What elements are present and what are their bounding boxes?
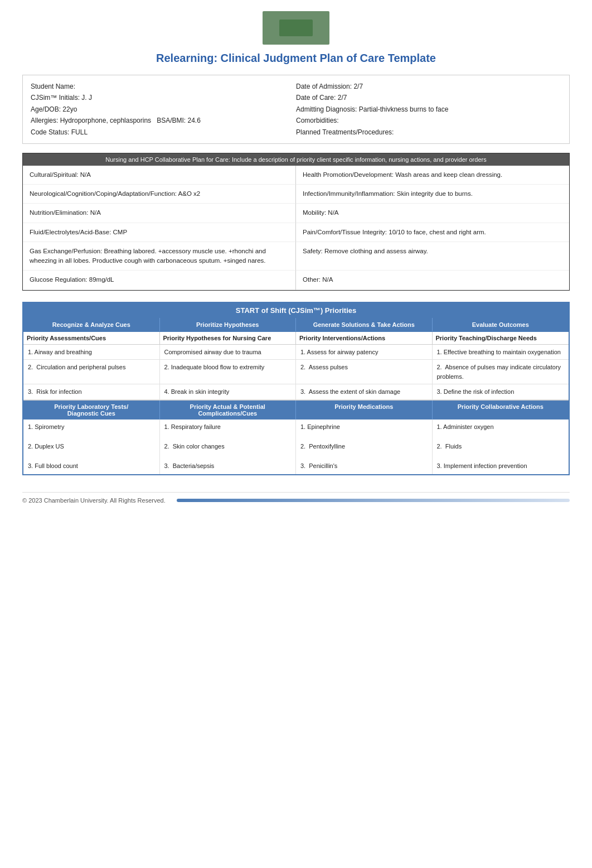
shift-header-start: START (236, 306, 259, 315)
nursing-cell-9: Safety: Remove clothing and assess airwa… (296, 242, 569, 271)
shift-col-header-2: Generate Solutions & Take Actions (296, 318, 433, 331)
cjsim-initials: CJSim™ Initials: J. J (31, 92, 296, 103)
bottom-cell-col4: 1. Administer oxygen 2. Fluids 3. Implem… (433, 419, 569, 474)
bottom-cell-col1: 1. Spirometry 2. Duplex US 3. Full blood… (23, 419, 160, 474)
nursing-cell-5: Mobility: N/A (296, 204, 569, 223)
shift-col-headers: Recognize & Analyze Cues Prioritize Hypo… (23, 318, 569, 332)
nursing-grid: Cultural/Spiritual: N/A Health Promotion… (23, 166, 569, 290)
nursing-cell-2: Neurological/Cognition/Coping/Adaptation… (23, 185, 296, 204)
shift-bottom-headers: Priority Laboratory Tests/Diagnostic Cue… (23, 400, 569, 419)
page-title: Relearning: Clinical Judgment Plan of Ca… (22, 52, 570, 65)
allergies-row: Allergies: Hydroporphone, cephlasporins … (31, 115, 296, 126)
shift-col-header-0: Recognize & Analyze Cues (23, 318, 160, 331)
shift-sub-headers: Priority Assessments/Cues Priority Hypot… (23, 332, 569, 345)
nursing-cell-10: Glucose Regulation: 89mg/dL (23, 271, 296, 290)
shift-col-header-3: Evaluate Outcomes (433, 318, 569, 331)
logo-icon (263, 11, 329, 45)
info-right: Date of Admission: 2/7 Date of Care: 2/7… (296, 81, 561, 138)
priority-row-2: 3. Risk for infection 4. Break in skin i… (23, 384, 569, 400)
bottom-cell-col3: 1. Epinephrine 2. Pentoxifylline 3. Peni… (296, 419, 433, 474)
comorbidities: Comorbidities: (296, 115, 561, 126)
priority-row-1-col2: 2. Inadequate blood flow to extremity (160, 360, 297, 384)
priority-row-1-col4: 2. Absence of pulses may indicate circul… (433, 360, 569, 384)
nursing-cell-11: Other: N/A (296, 271, 569, 290)
info-left: Student Name: CJSim™ Initials: J. J Age/… (31, 81, 296, 138)
shift-sub-cell-3: Priority Teaching/Discharge Needs (433, 332, 569, 344)
nursing-section: Nursing and HCP Collaborative Plan for C… (22, 153, 570, 291)
priority-row-1: 2. Circulation and peripheral pulses 2. … (23, 360, 569, 384)
logo-area (22, 11, 570, 46)
student-name: Student Name: (31, 81, 296, 92)
nursing-cell-0: Cultural/Spiritual: N/A (23, 166, 296, 185)
priority-row-0: 1. Airway and breathing Compromised airw… (23, 345, 569, 360)
code-status: Code Status: FULL (31, 127, 296, 138)
logo-inner (279, 20, 313, 36)
priority-row-2-col2: 4. Break in skin integrity (160, 384, 297, 399)
shift-section: START of Shift (CJSim™) Priorities Recog… (22, 302, 570, 475)
nursing-cell-1: Health Promotion/Development: Wash areas… (296, 166, 569, 185)
planned-treatments: Planned Treatments/Procedures: (296, 127, 561, 138)
admitting-diagnosis: Admitting Diagnosis: Partial-thivkness b… (296, 104, 561, 115)
shift-header: START of Shift (CJSim™) Priorities (23, 303, 569, 318)
priority-row-2-col3: 3. Assess the extent of skin damage (296, 384, 433, 399)
priority-row-0-col1: 1. Airway and breathing (23, 345, 160, 360)
nursing-cell-4: Nutrition/Elimination: N/A (23, 204, 296, 223)
copyright: © 2023 Chamberlain University. All Right… (22, 497, 166, 504)
priority-row-0-col4: 1. Effective breathing to maintain oxyge… (433, 345, 569, 360)
priority-row-0-col2: Compromised airway due to trauma (160, 345, 297, 360)
shift-col-header-1: Prioritize Hypotheses (160, 318, 297, 331)
nursing-cell-6: Fluid/Electrolytes/Acid-Base: CMP (23, 223, 296, 242)
age-dob: Age/DOB: 22yo (31, 104, 296, 115)
nursing-cell-7: Pain/Comfort/Tissue Integrity: 10/10 to … (296, 223, 569, 242)
priority-row-0-col3: 1. Assess for airway patency (296, 345, 433, 360)
date-of-admission: Date of Admission: 2/7 (296, 81, 561, 92)
bottom-header-3: Priority Collaborative Actions (433, 401, 569, 419)
priority-row-1-col1: 2. Circulation and peripheral pulses (23, 360, 160, 384)
shift-sub-cell-2: Priority Interventions/Actions (296, 332, 433, 344)
allergies: Allergies: Hydroporphone, cephlasporins (31, 115, 151, 126)
bottom-header-0: Priority Laboratory Tests/Diagnostic Cue… (23, 401, 160, 419)
nursing-header: Nursing and HCP Collaborative Plan for C… (23, 153, 569, 166)
date-of-care: Date of Care: 2/7 (296, 92, 561, 103)
priority-row-2-col4: 3. Define the risk of infection (433, 384, 569, 399)
page: Relearning: Clinical Judgment Plan of Ca… (0, 0, 592, 868)
shift-sub-cell-0: Priority Assessments/Cues (23, 332, 160, 344)
bottom-header-1: Priority Actual & Potential Complication… (160, 401, 297, 419)
priority-row-2-col1: 3. Risk for infection (23, 384, 160, 399)
footer-bar (177, 499, 570, 502)
student-info-section: Student Name: CJSim™ Initials: J. J Age/… (22, 75, 570, 144)
bottom-cell-col2: 1. Respiratory failure 2. Skin color cha… (160, 419, 297, 474)
priority-row-1-col3: 2. Assess pulses (296, 360, 433, 384)
shift-bottom-data: 1. Spirometry 2. Duplex US 3. Full blood… (23, 419, 569, 474)
shift-sub-cell-1: Priority Hypotheses for Nursing Care (160, 332, 297, 344)
nursing-cell-8: Gas Exchange/Perfusion: Breathing labore… (23, 242, 296, 271)
shift-header-rest: of Shift (CJSim™) Priorities (259, 306, 356, 315)
footer: © 2023 Chamberlain University. All Right… (22, 492, 570, 504)
bsa-bmi: BSA/BMI: 24.6 (157, 115, 201, 126)
bottom-header-2: Priority Medications (296, 401, 433, 419)
nursing-cell-3: Infection/Immunity/Inflammation: Skin in… (296, 185, 569, 204)
